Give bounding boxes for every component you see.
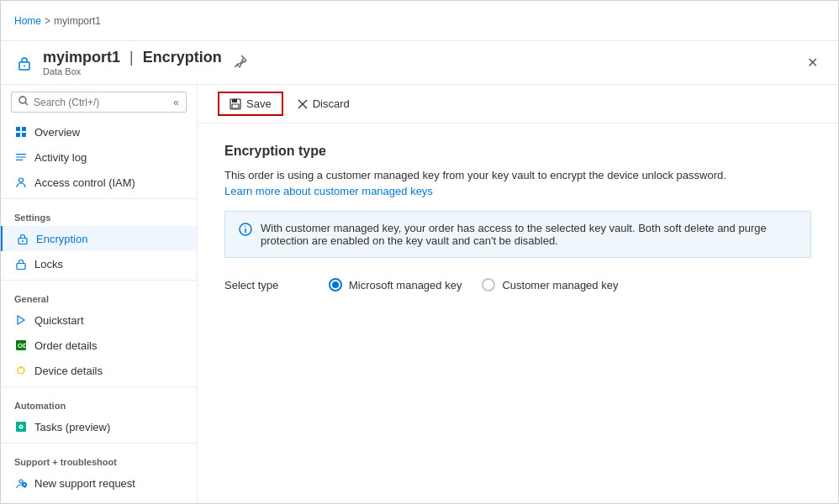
- sidebar-item-access-control[interactable]: Access control (IAM): [1, 170, 197, 195]
- main-layout: « Overview: [1, 85, 838, 503]
- info-icon: [239, 223, 252, 239]
- search-box[interactable]: «: [11, 92, 187, 113]
- page-content: Encryption type This order is using a cu…: [198, 123, 838, 312]
- quickstart-icon: [14, 313, 28, 327]
- svg-point-3: [19, 97, 26, 103]
- svg-rect-6: [22, 127, 26, 131]
- automation-section-label: Automation: [1, 391, 197, 414]
- sidebar-item-locks[interactable]: Locks: [1, 251, 197, 276]
- general-divider: [1, 280, 197, 281]
- activity-log-label: Activity log: [34, 151, 87, 164]
- info-link-text: Learn more about customer managed keys: [224, 185, 811, 197]
- discard-button[interactable]: Discard: [287, 92, 361, 115]
- support-icon: [14, 476, 28, 490]
- new-support-label: New support request: [34, 477, 135, 490]
- breadcrumb-current: myimport1: [54, 15, 101, 27]
- svg-point-23: [20, 426, 22, 428]
- svg-rect-5: [16, 127, 20, 131]
- sidebar-item-overview[interactable]: Overview: [1, 119, 197, 144]
- search-icon: [18, 96, 29, 108]
- title-bar: myimport1 | Encryption Data Box ✕: [1, 41, 838, 85]
- encryption-icon: [16, 232, 29, 245]
- order-details-label: Order details: [34, 339, 97, 352]
- automation-divider: [1, 386, 197, 387]
- svg-point-35: [245, 226, 246, 228]
- access-control-label: Access control (IAM): [34, 176, 135, 189]
- page-title: myimport1 | Encryption: [43, 49, 222, 66]
- encryption-label: Encryption: [36, 233, 87, 245]
- sidebar-item-activity-log[interactable]: Activity log: [1, 144, 197, 170]
- info-link[interactable]: Learn more about customer managed keys: [224, 185, 433, 197]
- access-control-icon: [14, 176, 28, 189]
- radio-customer-managed[interactable]: Customer managed key: [482, 278, 618, 291]
- app-container: Home > myimport1 myimport1 | Encryption …: [0, 0, 839, 504]
- svg-rect-29: [232, 99, 237, 102]
- tasks-icon: [14, 420, 28, 433]
- page-subtitle: Data Box: [43, 66, 222, 76]
- overview-icon: [14, 125, 28, 139]
- svg-rect-30: [232, 104, 239, 108]
- device-details-label: Device details: [34, 365, 103, 377]
- sidebar-item-tasks[interactable]: Tasks (preview): [1, 414, 197, 439]
- section-title: Encryption type: [224, 144, 811, 159]
- svg-point-12: [19, 178, 24, 182]
- settings-divider: [1, 198, 197, 199]
- tasks-label: Tasks (preview): [34, 421, 110, 433]
- breadcrumb: Home > myimport1: [14, 15, 101, 27]
- info-box: With customer managed key, your order ha…: [224, 211, 811, 258]
- radio-options: Microsoft managed key Customer managed k…: [329, 278, 618, 291]
- save-icon: [230, 98, 241, 110]
- title-text: myimport1 | Encryption Data Box: [43, 49, 222, 76]
- quickstart-label: Quickstart: [34, 314, 84, 327]
- sidebar-item-quickstart[interactable]: Quickstart: [1, 307, 197, 333]
- support-divider: [1, 443, 197, 444]
- general-section-label: General: [1, 284, 197, 307]
- svg-line-4: [25, 102, 28, 105]
- lock-icon: [14, 53, 34, 73]
- svg-point-1: [24, 65, 25, 66]
- close-button[interactable]: ✕: [800, 51, 825, 74]
- top-bar: Home > myimport1: [1, 1, 838, 41]
- svg-rect-15: [17, 264, 25, 270]
- overview-label: Overview: [34, 126, 80, 139]
- sidebar-item-device-details[interactable]: Device details: [1, 358, 197, 383]
- info-line1: This order is using a customer managed k…: [224, 169, 811, 181]
- device-details-icon: [14, 364, 28, 377]
- activity-log-icon: [14, 150, 28, 164]
- svg-rect-11: [16, 160, 23, 160]
- radio-circle-microsoft: [329, 278, 342, 291]
- radio-circle-customer: [482, 278, 495, 291]
- sidebar-item-order-details[interactable]: OD Order details: [1, 333, 197, 358]
- svg-rect-10: [16, 156, 26, 157]
- sidebar-item-new-support[interactable]: New support request: [1, 470, 197, 496]
- collapse-icon[interactable]: «: [173, 97, 179, 108]
- select-type-label: Select type: [224, 279, 309, 291]
- svg-rect-8: [22, 133, 26, 137]
- svg-rect-7: [16, 133, 20, 137]
- save-button[interactable]: Save: [218, 92, 283, 116]
- svg-point-24: [19, 480, 23, 483]
- locks-icon: [14, 257, 28, 270]
- svg-text:OD: OD: [18, 342, 27, 349]
- breadcrumb-home[interactable]: Home: [14, 15, 41, 27]
- toolbar: Save Discard: [198, 85, 838, 123]
- order-details-icon: OD: [14, 339, 28, 352]
- sidebar: « Overview: [1, 85, 198, 503]
- radio-label-customer: Customer managed key: [502, 279, 618, 291]
- svg-point-14: [22, 240, 24, 242]
- locks-label: Locks: [34, 258, 63, 270]
- select-type-row: Select type Microsoft managed key Custom…: [224, 278, 811, 291]
- content-area: Save Discard Encryption type This order …: [198, 85, 838, 503]
- sidebar-item-encryption[interactable]: Encryption: [1, 226, 197, 251]
- settings-section-label: Settings: [1, 202, 197, 226]
- pin-icon[interactable]: [234, 55, 247, 71]
- radio-label-microsoft: Microsoft managed key: [349, 279, 462, 291]
- discard-icon: [298, 99, 308, 109]
- svg-marker-16: [18, 316, 24, 324]
- svg-rect-9: [16, 154, 26, 155]
- search-input[interactable]: [34, 97, 165, 108]
- info-box-text: With customer managed key, your order ha…: [261, 222, 797, 247]
- support-section-label: Support + troubleshoot: [1, 447, 197, 470]
- radio-microsoft-managed[interactable]: Microsoft managed key: [329, 278, 462, 291]
- breadcrumb-separator: >: [45, 15, 50, 27]
